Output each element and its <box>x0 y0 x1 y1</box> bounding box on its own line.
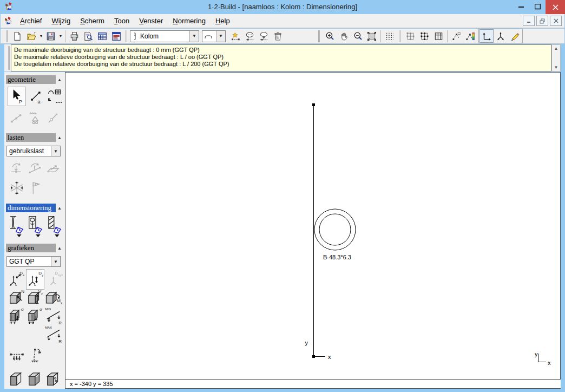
result-case-combo[interactable]: GGT QP ▼ <box>6 256 61 267</box>
delete-button[interactable] <box>271 29 285 43</box>
frame-plain-button[interactable] <box>431 29 445 43</box>
zoom-out-button[interactable] <box>351 29 365 43</box>
section-header-dimensionering[interactable]: dimensionering ▲ <box>6 204 63 212</box>
toolbar-grip[interactable] <box>399 30 401 42</box>
zoom-in-button[interactable] <box>323 29 337 43</box>
node-labels-button[interactable] <box>449 29 463 43</box>
element-type-dropdown-icon[interactable]: ▼ <box>189 31 199 42</box>
graph-dx-button[interactable]: Dx <box>8 270 25 289</box>
pan-button[interactable] <box>337 29 351 43</box>
menu-archief[interactable]: Archief <box>15 15 47 27</box>
toolbar-grip[interactable] <box>126 30 128 42</box>
timber-check-button[interactable] <box>27 214 45 238</box>
view-3d-holes-button[interactable] <box>45 371 62 387</box>
close-button[interactable] <box>546 0 565 14</box>
snowflake-icon <box>9 180 25 196</box>
mdi-restore-button[interactable] <box>536 16 548 26</box>
graph-stress-button[interactable]: σ <box>8 307 25 325</box>
mdi-close-button[interactable] <box>550 16 562 26</box>
section-header-geometrie[interactable]: geometrie ▲ <box>6 75 63 84</box>
toolbar-grip[interactable] <box>318 30 320 42</box>
frame-plain-icon <box>433 31 444 41</box>
toolbar-grip[interactable] <box>6 30 8 42</box>
message-pane-grip[interactable] <box>5 46 10 70</box>
maximize-button[interactable] <box>529 0 546 13</box>
graph-moment-button[interactable]: My <box>44 290 63 306</box>
steel-check-button[interactable] <box>8 214 26 238</box>
buckling-check-button[interactable] <box>28 347 44 365</box>
toolbar-separator <box>447 30 448 42</box>
structure-wizard-button[interactable] <box>46 87 63 106</box>
section-header-grafieken[interactable]: grafieken ▲ <box>6 244 63 252</box>
add-node-button[interactable] <box>228 29 242 43</box>
deflection-check-button[interactable] <box>9 349 25 365</box>
beam-type-combo[interactable]: ▼ <box>202 30 226 42</box>
message-box: De maximale doorbuiging van de structuur… <box>11 44 551 71</box>
base-node[interactable] <box>312 355 315 358</box>
graph-min-reactions-button[interactable]: MIN R <box>44 307 63 325</box>
menu-normering[interactable]: Normering <box>168 15 211 27</box>
print-preview-button[interactable] <box>81 29 95 43</box>
graph-shear-button[interactable]: Vz <box>26 290 43 306</box>
concrete-check-button[interactable] <box>45 214 64 238</box>
menu-toon[interactable]: Toon <box>109 15 134 27</box>
printer-icon <box>69 31 80 41</box>
mdi-minimize-button[interactable] <box>523 16 535 26</box>
select-tool-button[interactable]: P <box>8 87 26 106</box>
frame-gray-nodes-button[interactable] <box>403 29 417 43</box>
draw-member-tool-button[interactable]: a <box>28 88 44 106</box>
app-window: { "window": {"title": "1·2·Build - [naam… <box>0 0 565 392</box>
collapse-arrow-icon[interactable]: ▲ <box>56 135 63 140</box>
message-scrollbar[interactable]: ▲ ▼ <box>551 44 561 71</box>
mdi-restore-icon <box>540 18 545 24</box>
sketch-button[interactable] <box>508 29 522 43</box>
grid-button[interactable] <box>383 29 397 43</box>
open-dropdown[interactable]: ▾ <box>38 29 44 43</box>
load-case-dropdown-icon[interactable]: ▼ <box>51 146 60 156</box>
axis-2d-button[interactable] <box>479 29 494 43</box>
report-icon <box>111 31 121 41</box>
new-document-button[interactable] <box>10 29 24 43</box>
report-button[interactable] <box>109 29 123 43</box>
section-header-lasten[interactable]: lasten ▲ <box>6 133 63 142</box>
scroll-down-icon[interactable]: ▼ <box>552 65 560 70</box>
document-logo-icon[interactable] <box>4 16 13 25</box>
save-button[interactable] <box>44 29 58 43</box>
view-3d-striped-button[interactable] <box>27 371 43 387</box>
menu-scherm[interactable]: Scherm <box>75 15 109 27</box>
graph-max-reactions-button[interactable]: MAX R <box>44 325 63 344</box>
zoom-extents-button[interactable] <box>365 29 379 43</box>
node-colors-button[interactable] <box>463 29 477 43</box>
graph-stress2-button[interactable]: σ <box>26 307 43 325</box>
save-dropdown[interactable]: ▾ <box>58 29 63 43</box>
result-case-dropdown-icon[interactable]: ▼ <box>51 257 60 266</box>
minimize-button[interactable] <box>513 0 529 13</box>
edit-member-tool-button-disabled <box>9 110 25 126</box>
view-3d-plain-button[interactable] <box>9 371 25 387</box>
collapse-arrow-icon[interactable]: ▲ <box>56 246 63 251</box>
top-node[interactable] <box>312 103 315 106</box>
line-load-button-disabled <box>27 160 43 177</box>
table-button[interactable] <box>95 29 109 43</box>
window-title: 1·2·Build - [naamloos : Kolom : Dimensio… <box>0 0 565 14</box>
print-button[interactable] <box>67 29 81 43</box>
menu-wijzig[interactable]: Wijzig <box>47 15 75 27</box>
collapse-arrow-icon[interactable]: ▲ <box>56 77 63 82</box>
menu-help[interactable]: Help <box>211 15 235 27</box>
graph-dy-button[interactable]: Dy <box>26 269 44 290</box>
element-type-combo[interactable]: Kolom ▼ <box>130 30 199 42</box>
beam-type-dropdown-icon[interactable]: ▼ <box>216 31 225 42</box>
scroll-up-icon[interactable]: ▲ <box>552 46 560 51</box>
frame-black-nodes-button[interactable] <box>417 29 431 43</box>
node-info-button[interactable] <box>242 29 257 43</box>
load-case-combo[interactable]: gebruikslast ▼ <box>6 146 61 156</box>
node-info-move-button[interactable] <box>257 29 271 43</box>
menu-venster[interactable]: Venster <box>134 15 168 27</box>
add-node-icon <box>231 31 241 41</box>
drawing-canvas[interactable]: B-48.3*6.3 y x y x <box>65 72 561 380</box>
collapse-arrow-icon[interactable]: ▲ <box>56 206 63 211</box>
toolbar-separator <box>380 30 381 42</box>
axis-3d-button[interactable] <box>494 29 508 43</box>
open-button[interactable] <box>24 29 38 43</box>
graph-normal-force-button[interactable]: N <box>8 290 25 306</box>
